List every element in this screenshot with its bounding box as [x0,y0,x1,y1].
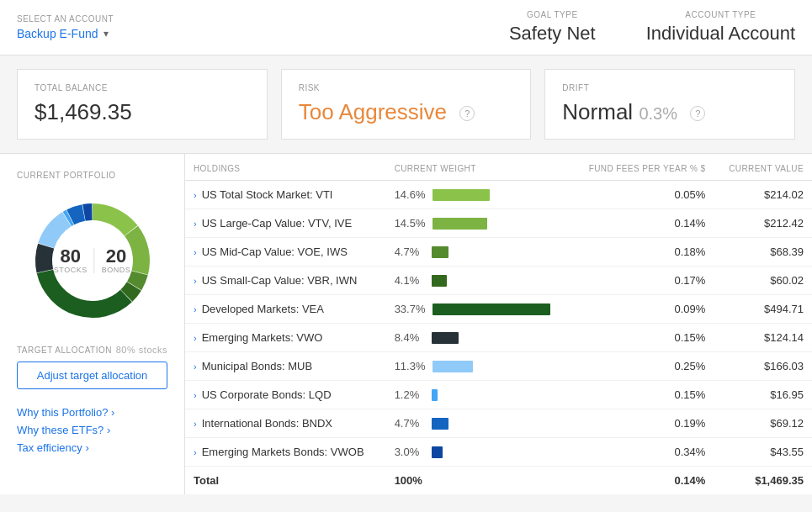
donut-center: 80 STOCKS 20 BONDS [54,247,130,274]
adjust-allocation-button[interactable]: Adjust target allocation [17,362,167,389]
account-type: ACCOUNT TYPE Individual Account [646,10,795,45]
holding-name-cell[interactable]: › US Mid-Cap Value: VOE, IWS [185,238,386,267]
total-row: Total 100% 0.14% $1,469.35 [185,467,812,495]
bar-fill [432,418,448,430]
value-cell: $494.71 [714,295,812,324]
current-weight-header: CURRENT WEIGHT [386,154,571,181]
bar-fill [432,446,443,458]
weight-cell: 4.1% [386,267,571,295]
row-expand-icon[interactable]: › [194,190,197,200]
account-value[interactable]: Backup E-Fund [17,27,98,40]
goal-type: GOAL TYPE Safety Net [509,10,596,45]
value-cell: $69.12 [714,409,812,438]
bar-fill [432,246,448,258]
value-cell: $124.14 [714,324,812,352]
total-weight: 100% [386,467,571,495]
fees-cell: 0.15% [571,381,714,409]
weight-cell: 4.7% [386,409,571,438]
holding-name-cell[interactable]: › International Bonds: BNDX [185,409,386,438]
holding-name-cell[interactable]: › US Total Stock Market: VTI [185,181,386,209]
holding-name: Emerging Markets Bonds: VWOB [202,446,364,458]
risk-help-icon[interactable]: ? [459,106,475,121]
why-etfs-link[interactable]: Why these ETFs? › [17,424,167,436]
table-header-row: HOLDINGS CURRENT WEIGHT FUND FEES PER YE… [185,154,812,181]
fees-cell: 0.14% [571,209,714,238]
row-expand-icon[interactable]: › [194,362,197,372]
donut-chart: 80 STOCKS 20 BONDS [25,193,160,328]
weight-value: 8.4% [395,331,425,344]
fees-cell: 0.05% [571,181,714,209]
holding-name-cell[interactable]: › US Corporate Bonds: LQD [185,381,386,409]
holding-name: Developed Markets: VEA [202,303,324,315]
weight-value: 1.2% [395,388,425,401]
bonds-stat: 20 BONDS [102,247,131,274]
bonds-number: 20 [102,247,131,266]
bar-fill [432,389,438,401]
why-portfolio-link[interactable]: Why this Portfolio? › [17,406,167,419]
weight-cell: 1.2% [386,381,571,409]
weight-value: 4.1% [395,274,425,287]
stocks-number: 80 [54,247,88,266]
stocks-stat: 80 STOCKS [54,247,88,274]
holding-name-cell[interactable]: › Emerging Markets: VWO [185,324,386,352]
drift-help-icon[interactable]: ? [690,106,705,121]
holding-name: US Mid-Cap Value: VOE, IWS [202,245,348,258]
donut-divider [94,248,95,273]
holding-name-cell[interactable]: › Emerging Markets Bonds: VWOB [185,438,386,467]
value-cell: $212.42 [714,209,812,238]
main-content: CURRENT PORTFOLIO 80 STOCKS 20 BONDS TAR… [0,153,812,494]
balance-card: TOTAL BALANCE $1,469.35 [17,69,268,140]
risk-card: RISK Too Aggressive ? [281,69,532,140]
row-expand-icon[interactable]: › [194,247,197,257]
summary-row: TOTAL BALANCE $1,469.35 RISK Too Aggress… [0,55,812,153]
holding-name: US Corporate Bonds: LQD [202,388,332,401]
row-expand-icon[interactable]: › [194,276,197,286]
table-row: › International Bonds: BNDX 4.7% 0.19% $… [185,409,812,438]
row-expand-icon[interactable]: › [194,333,197,343]
balance-label: TOTAL BALANCE [34,83,250,92]
value-cell: $68.39 [714,238,812,267]
holding-name-cell[interactable]: › Developed Markets: VEA [185,295,386,324]
select-account-label: SELECT AN ACCOUNT [17,14,114,24]
drift-value: Normal 0.3% ? [562,99,778,125]
top-bar: SELECT AN ACCOUNT Backup E-Fund ▾ GOAL T… [0,0,812,55]
target-alloc-label: TARGET ALLOCATION 80% stocks [17,345,167,355]
row-expand-icon[interactable]: › [194,304,197,314]
left-panel: CURRENT PORTFOLIO 80 STOCKS 20 BONDS TAR… [0,154,185,494]
holding-name: Municipal Bonds: MUB [202,360,313,372]
row-expand-icon[interactable]: › [194,390,197,400]
row-expand-icon[interactable]: › [194,219,197,229]
bar-fill [432,332,459,344]
holdings-table: HOLDINGS CURRENT WEIGHT FUND FEES PER YE… [185,154,812,494]
weight-cell: 11.3% [386,352,571,381]
row-expand-icon[interactable]: › [194,419,197,429]
weight-bar [432,275,533,287]
tax-efficiency-link[interactable]: Tax efficiency › [17,441,167,454]
account-selector[interactable]: SELECT AN ACCOUNT Backup E-Fund ▾ [17,14,114,40]
fees-cell: 0.34% [571,438,714,467]
target-allocation: TARGET ALLOCATION 80% stocks Adjust targ… [17,345,167,389]
bar-fill [433,218,487,230]
holding-name-cell[interactable]: › US Large-Cap Value: VTV, IVE [185,209,386,238]
holding-name-cell[interactable]: › US Small-Cap Value: VBR, IWN [185,267,386,295]
weight-value: 4.7% [395,417,425,430]
table-row: › Emerging Markets Bonds: VWOB 3.0% 0.34… [185,438,812,467]
current-value-header: CURRENT VALUE [714,154,812,181]
weight-value: 14.6% [395,188,426,201]
weight-cell: 14.5% [386,209,571,238]
holding-name: International Bonds: BNDX [202,417,332,430]
weight-bar [432,418,533,430]
drift-label: DRIFT [562,83,778,92]
holding-name-cell[interactable]: › Municipal Bonds: MUB [185,352,386,381]
weight-cell: 4.7% [386,238,571,267]
bar-fill [432,275,447,287]
row-expand-icon[interactable]: › [194,447,197,457]
value-cell: $166.03 [714,352,812,381]
bonds-label: BONDS [102,266,131,274]
holding-name: US Total Stock Market: VTI [202,188,333,201]
total-value: $1,469.35 [714,467,812,495]
bar-fill [433,189,490,201]
risk-label: RISK [299,83,514,92]
holding-name: US Large-Cap Value: VTV, IVE [202,217,352,230]
goal-type-label: GOAL TYPE [509,10,596,19]
